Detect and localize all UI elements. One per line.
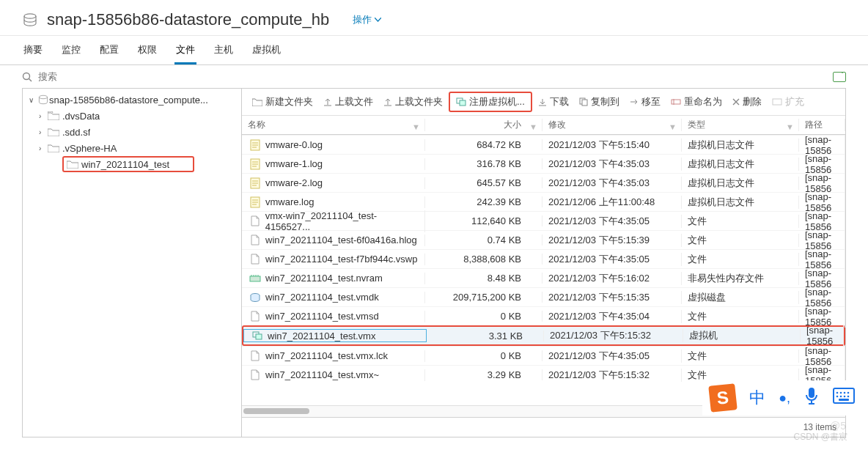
col-size[interactable]: 大小▼ bbox=[425, 119, 542, 131]
filter-icon[interactable]: ▼ bbox=[786, 122, 794, 131]
ime-punct[interactable]: ●, bbox=[779, 391, 790, 406]
file-icon bbox=[249, 215, 261, 227]
svg-rect-7 bbox=[672, 100, 680, 104]
col-name[interactable]: 名称▼ bbox=[242, 119, 425, 131]
cell-size: 112,640 KB bbox=[425, 215, 542, 226]
filter-icon[interactable]: ▼ bbox=[412, 122, 420, 131]
cell-type: 文件 bbox=[682, 369, 799, 382]
filter-icon[interactable]: ▼ bbox=[529, 122, 537, 131]
col-type[interactable]: 类型▼ bbox=[682, 119, 799, 131]
svg-point-0 bbox=[24, 14, 36, 18]
copy-icon bbox=[579, 97, 588, 106]
tree-node[interactable]: › .sdd.sf bbox=[23, 124, 241, 140]
tree-node-selected[interactable]: win7_20211104_test bbox=[62, 156, 194, 172]
cell-path: [snap-15856 bbox=[799, 306, 845, 328]
svg-rect-13 bbox=[250, 276, 260, 281]
table-row[interactable]: vmware.log242.39 KB2021/12/06 上午11:00:48… bbox=[242, 192, 845, 211]
col-path[interactable]: 路径 bbox=[799, 119, 845, 131]
cell-type: 虚拟机日志文件 bbox=[682, 158, 799, 171]
cell-type: 文件 bbox=[682, 253, 799, 266]
tab-summary[interactable]: 摘要 bbox=[22, 36, 44, 64]
table-row[interactable]: win7_20211104_test.vmsd0 KB2021/12/03 下午… bbox=[242, 306, 845, 325]
actions-dropdown[interactable]: 操作 bbox=[353, 13, 381, 26]
grid-body[interactable]: vmware-0.log684.72 KB2021/12/03 下午5:15:4… bbox=[242, 135, 845, 405]
table-row[interactable]: vmx-win7_20211104_test-4156527...112,640… bbox=[242, 211, 845, 230]
tab-hosts[interactable]: 主机 bbox=[213, 36, 235, 64]
table-row[interactable]: win7_20211104_test-6f0a416a.hlog0.74 KB2… bbox=[242, 230, 845, 249]
download-button[interactable]: 下载 bbox=[534, 94, 573, 110]
cell-path: [snap-15856 bbox=[801, 325, 844, 347]
svg-rect-16 bbox=[256, 334, 262, 339]
file-toolbar: 新建文件夹 上载文件 上载文件夹 注册虚拟机... 下载 复制到 移至 重命名为… bbox=[242, 89, 845, 116]
new-folder-button[interactable]: 新建文件夹 bbox=[248, 94, 317, 110]
file-icon bbox=[251, 330, 263, 341]
table-row[interactable]: vmware-2.log645.57 KB2021/12/03 下午4:35:0… bbox=[242, 173, 845, 192]
table-row[interactable]: win7_20211104_test.vmx.lck0 KB2021/12/03… bbox=[242, 346, 845, 365]
tab-vms[interactable]: 虚拟机 bbox=[251, 36, 282, 64]
cell-name: vmware.log bbox=[242, 196, 425, 208]
table-row[interactable]: win7_20211104_test.vmx3.31 KB2021/12/03 … bbox=[242, 325, 845, 346]
ime-logo[interactable]: S bbox=[708, 383, 738, 413]
folder-icon bbox=[67, 160, 78, 169]
chevron-down-icon bbox=[375, 18, 381, 22]
table-row[interactable]: vmware-0.log684.72 KB2021/12/03 下午5:15:4… bbox=[242, 135, 845, 154]
cell-size: 0.74 KB bbox=[425, 234, 542, 245]
folder-icon bbox=[48, 144, 59, 152]
svg-point-1 bbox=[23, 73, 30, 79]
search-input[interactable] bbox=[38, 71, 185, 82]
cell-modified: 2021/12/03 下午5:15:39 bbox=[542, 234, 682, 247]
vm-icon bbox=[456, 97, 466, 106]
expand-button: 扩充 bbox=[768, 94, 809, 110]
keyboard-icon[interactable] bbox=[833, 388, 855, 408]
tab-permissions[interactable]: 权限 bbox=[136, 36, 158, 64]
col-modified[interactable]: 修改▼ bbox=[542, 119, 682, 131]
cell-modified: 2021/12/03 下午5:15:35 bbox=[542, 291, 682, 304]
file-icon bbox=[249, 350, 261, 362]
cell-name: win7_20211104_test.nvram bbox=[242, 273, 425, 284]
move-to-button[interactable]: 移至 bbox=[625, 94, 665, 110]
tree-root[interactable]: ∨ snap-15856b86-datastore_compute... bbox=[23, 92, 241, 108]
tree-node[interactable]: › .vSphere-HA bbox=[23, 140, 241, 156]
table-row[interactable]: win7_20211104_test-f7bf944c.vswp8,388,60… bbox=[242, 249, 845, 268]
upload-icon bbox=[323, 97, 332, 106]
table-row[interactable]: win7_20211104_test.vmdk209,715,200 KB202… bbox=[242, 287, 845, 306]
cell-name: win7_20211104_test.vmx.lck bbox=[242, 350, 425, 362]
tree-node[interactable]: › .dvsData bbox=[23, 108, 241, 124]
rename-icon bbox=[671, 98, 681, 106]
cell-modified: 2021/12/03 下午4:35:03 bbox=[542, 177, 682, 190]
upload-file-button[interactable]: 上载文件 bbox=[319, 94, 378, 110]
svg-point-23 bbox=[836, 396, 839, 398]
tab-files[interactable]: 文件 bbox=[174, 36, 196, 64]
svg-point-24 bbox=[840, 396, 842, 398]
cell-size: 0 KB bbox=[425, 350, 542, 361]
filter-icon[interactable]: ▼ bbox=[669, 122, 677, 131]
file-icon bbox=[249, 311, 261, 322]
caret-down-icon: ∨ bbox=[29, 96, 37, 104]
register-vm-button[interactable]: 注册虚拟机... bbox=[449, 92, 532, 112]
svg-rect-17 bbox=[809, 388, 814, 398]
file-icon bbox=[249, 139, 261, 151]
mic-icon[interactable] bbox=[803, 386, 820, 410]
file-icon bbox=[249, 369, 261, 381]
delete-button[interactable]: 删除 bbox=[728, 94, 766, 110]
scroll-thumb[interactable] bbox=[243, 408, 309, 414]
cell-name: vmware-2.log bbox=[242, 177, 425, 189]
cell-size: 3.31 KB bbox=[427, 330, 544, 341]
ime-lang[interactable]: 中 bbox=[749, 387, 765, 409]
cell-name: win7_20211104_test.vmsd bbox=[242, 311, 425, 322]
table-row[interactable]: win7_20211104_test.nvram8.48 KB2021/12/0… bbox=[242, 268, 845, 287]
close-icon bbox=[732, 98, 740, 106]
folder-tree[interactable]: ∨ snap-15856b86-datastore_compute... › .… bbox=[22, 88, 242, 437]
upload-folder-button[interactable]: 上载文件夹 bbox=[379, 94, 447, 110]
tab-monitor[interactable]: 监控 bbox=[60, 36, 82, 64]
new-window-icon[interactable] bbox=[833, 72, 846, 82]
table-row[interactable]: vmware-1.log316.78 KB2021/12/03 下午4:35:0… bbox=[242, 154, 845, 173]
file-icon bbox=[249, 254, 261, 265]
cell-modified: 2021/12/03 下午4:35:03 bbox=[542, 158, 682, 171]
rename-button[interactable]: 重命名为 bbox=[666, 94, 727, 110]
cell-name: win7_20211104_test.vmx~ bbox=[242, 369, 425, 381]
arrow-right-icon bbox=[630, 98, 639, 106]
tab-configure[interactable]: 配置 bbox=[98, 36, 120, 64]
copy-to-button[interactable]: 复制到 bbox=[575, 94, 624, 110]
ime-toolbar[interactable]: S 中 ●, bbox=[702, 380, 862, 415]
